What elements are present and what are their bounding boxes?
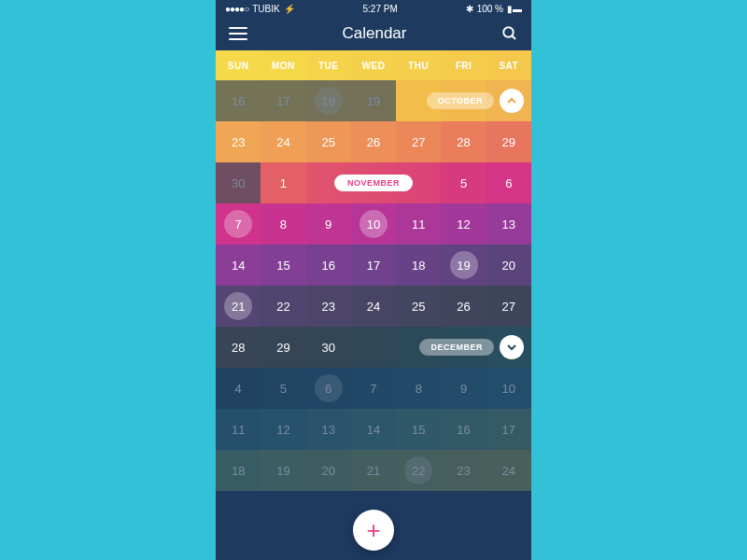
day-cell[interactable]: 16	[216, 80, 261, 121]
day-cell[interactable]: 16	[306, 245, 351, 286]
day-cell[interactable]: 22	[396, 450, 441, 491]
day-cell[interactable]: 26	[441, 286, 486, 327]
month-label[interactable]: OCTOBER	[427, 92, 494, 109]
day-cell[interactable]: 30	[216, 162, 261, 203]
day-cell[interactable]: 24	[486, 450, 531, 491]
day-cell[interactable]: 17	[261, 80, 305, 121]
calendar-row: 11121314151617	[216, 409, 531, 450]
day-cell[interactable]: 5	[441, 162, 486, 203]
month-label[interactable]: DECEMBER	[419, 339, 494, 356]
day-cell[interactable]: 13	[486, 203, 531, 245]
carrier-label: TUBIK	[252, 4, 279, 14]
calendar-row: 78910111213	[216, 203, 531, 245]
day-cell[interactable]: 11	[216, 409, 261, 450]
day-cell[interactable]: 15	[396, 409, 441, 450]
day-cell[interactable]: 13	[306, 409, 351, 450]
add-button[interactable]: +	[353, 510, 394, 551]
day-cell[interactable]: 16	[441, 409, 486, 450]
status-time: 5:27 PM	[363, 4, 398, 14]
day-cell[interactable]: 23	[216, 121, 261, 162]
day-cell[interactable]: 18	[216, 450, 261, 491]
day-cell[interactable]: 15	[261, 245, 305, 286]
day-cell[interactable]: 17	[351, 245, 396, 286]
day-cell[interactable]: 26	[351, 121, 396, 162]
phone-frame: ●●●●○TUBIK⚡ 5:27 PM ✱100 %▮▬ Calendar SU…	[216, 0, 531, 560]
day-header: FRI	[441, 50, 486, 80]
day-cell[interactable]: 21	[351, 450, 396, 491]
month-nav-pill: DECEMBER	[419, 335, 524, 359]
calendar-row: 16171819OCTOBER	[216, 80, 531, 121]
day-cell[interactable]: 7	[216, 203, 261, 245]
svg-line-1	[512, 35, 515, 39]
calendar-row: 301NOVEMBER56	[216, 162, 531, 203]
day-cell[interactable]: 11	[396, 203, 441, 245]
day-cell[interactable]: 18	[396, 245, 441, 286]
day-header: THU	[396, 50, 441, 80]
calendar-grid: SUNMONTUEWEDTHUFRISAT16171819OCTOBER2324…	[216, 50, 531, 491]
day-cell[interactable]: 20	[486, 245, 531, 286]
calendar-row: 14151617181920	[216, 245, 531, 286]
day-cell[interactable]: 25	[396, 286, 441, 327]
day-cell[interactable]: 29	[486, 121, 531, 162]
day-cell[interactable]: 6	[486, 162, 531, 203]
search-icon[interactable]	[501, 25, 518, 42]
wifi-icon: ⚡	[284, 4, 295, 14]
signal-dots: ●●●●○	[225, 4, 248, 14]
day-cell[interactable]: NOVEMBER	[306, 162, 442, 203]
calendar-row: 282930DECEMBER	[216, 327, 531, 368]
svg-point-0	[503, 27, 514, 37]
status-bar: ●●●●○TUBIK⚡ 5:27 PM ✱100 %▮▬	[216, 0, 531, 17]
day-cell[interactable]: 10	[351, 203, 396, 245]
day-cell[interactable]: 14	[351, 409, 396, 450]
day-cell[interactable]: 12	[261, 409, 305, 450]
day-header: WED	[351, 50, 396, 80]
day-cell[interactable]: 28	[441, 121, 486, 162]
day-cell[interactable]: 18	[306, 80, 351, 121]
day-cell[interactable]: 9	[441, 368, 486, 409]
day-cell[interactable]: 1	[261, 162, 305, 203]
day-cell[interactable]: 27	[486, 286, 531, 327]
day-cell[interactable]: 27	[396, 121, 441, 162]
day-cell[interactable]: 12	[441, 203, 486, 245]
nav-bar: Calendar	[216, 17, 531, 50]
day-header: TUE	[306, 50, 351, 80]
day-cell[interactable]: 9	[306, 203, 351, 245]
day-cell[interactable]: 29	[261, 327, 305, 368]
day-cell[interactable]: 24	[351, 286, 396, 327]
chevron-down-icon[interactable]	[500, 335, 524, 359]
chevron-up-icon[interactable]	[500, 89, 524, 113]
day-header: SAT	[486, 50, 531, 80]
day-cell[interactable]: 19	[351, 80, 396, 121]
day-cell[interactable]: 4	[216, 368, 261, 409]
battery-label: 100 %	[477, 4, 503, 14]
day-cell[interactable]	[351, 327, 396, 368]
day-cell[interactable]: 22	[261, 286, 305, 327]
day-cell[interactable]: 23	[441, 450, 486, 491]
day-cell[interactable]: 7	[351, 368, 396, 409]
day-cell[interactable]: 8	[261, 203, 305, 245]
day-cell[interactable]: 5	[261, 368, 305, 409]
day-cell[interactable]: 30	[306, 327, 351, 368]
day-cell[interactable]: 28	[216, 327, 261, 368]
day-cell[interactable]: 17	[486, 409, 531, 450]
month-pill[interactable]: NOVEMBER	[334, 175, 413, 191]
day-cell[interactable]: 23	[306, 286, 351, 327]
day-cell[interactable]: 19	[261, 450, 305, 491]
day-cell[interactable]: 6	[306, 368, 351, 409]
calendar-row: 45678910	[216, 368, 531, 409]
day-cell[interactable]: 19	[441, 245, 486, 286]
day-cell[interactable]: 21	[216, 286, 261, 327]
plus-icon: +	[366, 518, 380, 542]
day-cell[interactable]: 14	[216, 245, 261, 286]
day-cell[interactable]: 24	[261, 121, 305, 162]
day-header: MON	[261, 50, 305, 80]
day-cell[interactable]: 20	[306, 450, 351, 491]
page-title: Calendar	[343, 24, 407, 43]
day-header: SUN	[216, 50, 261, 80]
day-cell[interactable]: 25	[306, 121, 351, 162]
menu-icon[interactable]	[229, 27, 247, 40]
day-cell[interactable]: 10	[486, 368, 531, 409]
calendar-row: 18192021222324	[216, 450, 531, 491]
bluetooth-icon: ✱	[466, 4, 473, 14]
day-cell[interactable]: 8	[396, 368, 441, 409]
